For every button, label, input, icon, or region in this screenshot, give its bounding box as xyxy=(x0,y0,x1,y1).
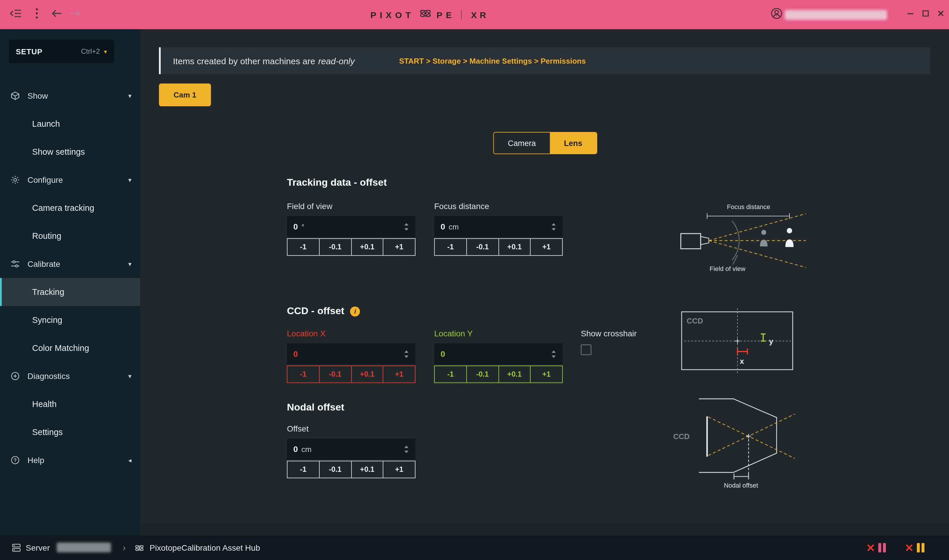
sidebar-item-launch[interactable]: Launch xyxy=(0,110,140,138)
locx-step-minus1[interactable]: -1 xyxy=(287,366,319,383)
collapse-sidebar-button[interactable] xyxy=(8,7,23,22)
nodal-offset-input[interactable]: 0 cm xyxy=(287,438,415,460)
location-x-input[interactable]: 0 xyxy=(287,343,415,365)
ccd-plane-label: CCD xyxy=(673,432,690,441)
readonly-banner: Items created by other machines are read… xyxy=(159,47,930,74)
field-of-view-input[interactable]: 0 ° xyxy=(287,216,415,237)
sidebar-item-camera-tracking[interactable]: Camera tracking xyxy=(0,194,140,222)
ccd-offset-title-row: CCD - offset i xyxy=(287,305,360,317)
focus-step-plus01[interactable]: +0.1 xyxy=(498,238,531,256)
close-button[interactable] xyxy=(933,7,948,22)
back-button[interactable] xyxy=(49,7,64,22)
nodal-point-cross xyxy=(746,434,751,438)
stepper-arrows-icon[interactable] xyxy=(404,349,409,358)
sidebar-item-label: Health xyxy=(32,399,57,409)
forward-button[interactable] xyxy=(68,7,83,22)
stepper-arrows-icon[interactable] xyxy=(404,222,409,231)
collapse-sidebar-icon xyxy=(10,8,22,21)
sliders-icon xyxy=(11,259,20,269)
sidebar-item-color-matching[interactable]: Color Matching xyxy=(0,334,140,362)
focus-step-minus1[interactable]: -1 xyxy=(434,238,467,256)
nodal-step-plus1[interactable]: +1 xyxy=(383,461,416,478)
close-icon xyxy=(937,9,945,20)
sidebar-item-diagnostics[interactable]: Diagnostics ▾ xyxy=(0,362,140,390)
titlebar: PIXOT PE XR xyxy=(0,0,949,29)
pause-bars-pink-icon[interactable] xyxy=(878,543,886,552)
locx-step-minus01[interactable]: -0.1 xyxy=(319,366,352,383)
chevron-down-icon: ▾ xyxy=(128,92,131,100)
focus-step-minus01[interactable]: -0.1 xyxy=(466,238,499,256)
setup-shortcut: Ctrl+2 xyxy=(81,47,100,55)
fov-step-minus01[interactable]: -0.1 xyxy=(319,238,352,256)
info-icon[interactable]: i xyxy=(350,306,360,316)
stop-icon-yellow-group[interactable] xyxy=(904,543,914,552)
sidebar-item-routing[interactable]: Routing xyxy=(0,222,140,250)
logo-text-right: PE xyxy=(437,10,455,20)
sidebar-item-settings[interactable]: Settings xyxy=(0,418,140,446)
minimize-button[interactable] xyxy=(903,7,918,22)
locx-step-plus1[interactable]: +1 xyxy=(383,366,416,383)
location-x-label: Location X xyxy=(287,329,326,338)
focus-step-plus1[interactable]: +1 xyxy=(530,238,563,256)
pause-bars-yellow-icon[interactable] xyxy=(917,543,924,552)
locy-step-plus1[interactable]: +1 xyxy=(530,366,563,383)
statusbar-chevron: › xyxy=(123,535,126,560)
locy-step-minus1[interactable]: -1 xyxy=(434,366,467,383)
sidebar-item-show[interactable]: Show ▾ xyxy=(0,82,140,110)
nodal-step-minus1[interactable]: -1 xyxy=(287,461,319,478)
stepper-arrows-icon[interactable] xyxy=(551,222,556,231)
sidebar-item-configure[interactable]: Configure ▾ xyxy=(0,166,140,194)
focus-distance-input[interactable]: 0 cm xyxy=(434,216,563,237)
fov-step-plus01[interactable]: +0.1 xyxy=(351,238,384,256)
sidebar-item-help[interactable]: ? Help ◂ xyxy=(0,446,140,474)
tab-camera[interactable]: Camera xyxy=(494,132,550,154)
light-rays xyxy=(708,414,795,458)
nodal-step-plus01[interactable]: +0.1 xyxy=(351,461,384,478)
pixotope-logo: PIXOT PE XR xyxy=(370,0,489,29)
nodal-step-minus01[interactable]: -0.1 xyxy=(319,461,352,478)
fov-diagram: Focus distance Field of view xyxy=(675,202,809,277)
help-icon: ? xyxy=(11,455,20,465)
tab-lens[interactable]: Lens xyxy=(550,132,596,154)
sidebar-item-show-settings[interactable]: Show settings xyxy=(0,138,140,166)
setup-mode-selector[interactable]: SETUP Ctrl+2 ▾ xyxy=(9,40,114,63)
sidebar-nav: Show ▾ Launch Show settings Configure ▾ xyxy=(0,82,140,474)
stop-icon-pink-group[interactable] xyxy=(866,543,875,552)
show-crosshair-checkbox[interactable] xyxy=(581,345,591,355)
minimize-icon xyxy=(906,9,915,20)
locy-step-minus01[interactable]: -0.1 xyxy=(466,366,499,383)
sidebar-item-health[interactable]: Health xyxy=(0,390,140,418)
maximize-icon xyxy=(921,9,930,20)
sidebar-item-label: Settings xyxy=(32,428,63,437)
sidebar-item-label: Show settings xyxy=(32,147,85,157)
server-selector[interactable]: Server xyxy=(26,535,50,560)
cam1-button[interactable]: Cam 1 xyxy=(159,83,211,106)
section-title-nodal-offset: Nodal offset xyxy=(287,402,344,414)
locy-step-plus01[interactable]: +0.1 xyxy=(498,366,531,383)
location-y-input[interactable]: 0 xyxy=(434,343,563,365)
maximize-button[interactable] xyxy=(918,7,933,22)
breadcrumb[interactable]: START > Storage > Machine Settings > Per… xyxy=(399,56,586,65)
asset-hub-link[interactable]: PixotopeCalibration Asset Hub xyxy=(150,535,260,560)
fov-step-plus1[interactable]: +1 xyxy=(383,238,416,256)
fov-step-minus1[interactable]: -1 xyxy=(287,238,319,256)
setup-label: SETUP xyxy=(16,47,43,56)
sidebar-item-calibrate[interactable]: Calibrate ▾ xyxy=(0,250,140,278)
locx-step-plus01[interactable]: +0.1 xyxy=(351,366,384,383)
menu-button[interactable] xyxy=(29,7,45,22)
sidebar-item-syncing[interactable]: Syncing xyxy=(0,306,140,334)
logo-text-left: PIXOT xyxy=(370,10,414,20)
section-title-tracking-offset: Tracking data - offset xyxy=(287,177,387,189)
nodal-offset-title-row: Nodal offset xyxy=(287,402,344,414)
tracking-offset-title-row: Tracking data - offset xyxy=(287,177,387,189)
sidebar-item-label: Show xyxy=(28,91,48,100)
banner-text: Items created by other machines are xyxy=(173,56,315,66)
nodal-offset-unit: cm xyxy=(301,445,312,454)
sidebar-item-tracking[interactable]: Tracking xyxy=(0,278,140,306)
product-name: XR xyxy=(471,10,489,20)
stepper-arrows-icon[interactable] xyxy=(404,445,409,454)
user-account-button[interactable] xyxy=(769,7,784,22)
stepper-arrows-icon[interactable] xyxy=(551,349,556,358)
location-y-label: Location Y xyxy=(434,329,473,338)
nodal-offset-value: 0 xyxy=(293,445,298,454)
